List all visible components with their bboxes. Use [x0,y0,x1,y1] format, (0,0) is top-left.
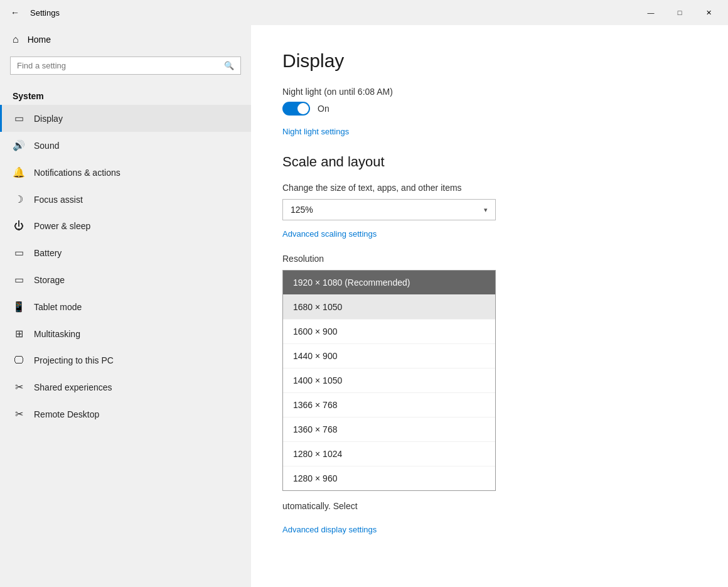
back-icon: ← [11,8,19,18]
resolution-option-1600[interactable]: 1600 × 900 [283,320,495,344]
window-controls: — □ ✕ [636,0,723,25]
sidebar: ⌂ Home 🔍 System ▭ Display 🔊 Sound 🔔 Noti… [0,25,251,587]
display-icon: ▭ [13,112,25,124]
advanced-scaling-link[interactable]: Advanced scaling settings [282,229,697,239]
resolution-option-1280-960[interactable]: 1280 × 960 [283,466,495,490]
night-light-label: Night light (on until 6:08 AM) [282,87,697,97]
home-icon: ⌂ [13,34,19,45]
sidebar-item-focus-assist[interactable]: ☽ Focus assist [0,186,251,213]
tablet-mode-icon: 📱 [13,301,25,313]
resolution-option-1680[interactable]: 1680 × 1050 [283,295,495,320]
focus-assist-icon: ☽ [13,193,25,205]
resolution-label: Resolution [282,254,697,264]
resolution-dropdown[interactable]: 1920 × 1080 (Recommended) 1680 × 1050 16… [282,270,496,491]
auto-select-text: utomatically. Select [282,501,697,511]
sidebar-label-focus-assist: Focus assist [34,195,83,205]
sidebar-item-power-sleep[interactable]: ⏻ Power & sleep [0,213,251,239]
page-title: Display [282,50,697,72]
sidebar-item-home[interactable]: ⌂ Home [0,25,251,54]
resolution-option-1920[interactable]: 1920 × 1080 (Recommended) [283,271,495,295]
sidebar-label-display: Display [34,114,63,124]
sidebar-item-storage[interactable]: ▭ Storage [0,266,251,293]
sidebar-label-notifications: Notifications & actions [34,168,120,178]
maximize-icon: □ [678,9,682,16]
sidebar-item-multitasking[interactable]: ⊞ Multitasking [0,320,251,347]
night-light-settings-link[interactable]: Night light settings [282,127,349,136]
notifications-icon: 🔔 [13,166,25,178]
sidebar-item-battery[interactable]: ▭ Battery [0,239,251,266]
sidebar-item-sound[interactable]: 🔊 Sound [0,132,251,159]
toggle-state-label: On [318,104,329,114]
search-icon: 🔍 [224,61,234,70]
shared-experiences-icon: ✂ [13,381,25,393]
sidebar-label-battery: Battery [34,248,62,258]
night-light-toggle[interactable] [282,102,310,116]
resolution-option-1360[interactable]: 1360 × 768 [283,417,495,442]
scale-layout-title: Scale and layout [282,154,697,170]
night-light-toggle-row: On [282,102,697,116]
title-bar: ← Settings — □ ✕ [0,0,728,25]
app-body: ⌂ Home 🔍 System ▭ Display 🔊 Sound 🔔 Noti… [0,25,728,587]
scale-dropdown-arrow: ▾ [484,206,488,214]
power-sleep-icon: ⏻ [13,220,25,232]
sidebar-item-display[interactable]: ▭ Display [0,105,251,132]
sidebar-label-shared-experiences: Shared experiences [34,382,112,392]
system-section-label: System [0,85,251,105]
sidebar-item-remote-desktop[interactable]: ✂ Remote Desktop [0,401,251,428]
main-panel: Display Night light (on until 6:08 AM) O… [251,25,728,587]
search-input[interactable] [17,61,219,70]
scale-dropdown[interactable]: 125% ▾ [282,199,496,220]
sidebar-label-power-sleep: Power & sleep [34,221,90,231]
minimize-icon: — [648,9,655,16]
sidebar-label-sound: Sound [34,141,59,151]
close-button[interactable]: ✕ [694,0,723,25]
home-label: Home [28,35,51,45]
search-box: 🔍 [10,57,241,75]
scale-field-label: Change the size of text, apps, and other… [282,183,697,193]
remote-desktop-icon: ✂ [13,408,25,420]
resolution-option-1400[interactable]: 1400 × 1050 [283,369,495,393]
sidebar-label-projecting: Projecting to this PC [34,355,114,365]
sidebar-label-multitasking: Multitasking [34,329,80,339]
multitasking-icon: ⊞ [13,328,25,340]
projecting-icon: 🖵 [13,355,25,366]
sidebar-label-storage: Storage [34,275,65,285]
sidebar-item-notifications[interactable]: 🔔 Notifications & actions [0,159,251,186]
minimize-button[interactable]: — [636,0,665,25]
battery-icon: ▭ [13,247,25,259]
back-button[interactable]: ← [5,3,25,23]
scale-dropdown-value: 125% [291,205,313,215]
sidebar-item-shared-experiences[interactable]: ✂ Shared experiences [0,374,251,401]
maximize-button[interactable]: □ [665,0,694,25]
sidebar-label-tablet-mode: Tablet mode [34,302,82,312]
app-title: Settings [30,8,636,18]
storage-icon: ▭ [13,274,25,286]
resolution-option-1366[interactable]: 1366 × 768 [283,393,495,417]
sidebar-item-tablet-mode[interactable]: 📱 Tablet mode [0,293,251,320]
resolution-option-1280-1024[interactable]: 1280 × 1024 [283,442,495,466]
resolution-option-1440[interactable]: 1440 × 900 [283,344,495,369]
resolution-list: 1920 × 1080 (Recommended) 1680 × 1050 16… [283,271,495,490]
close-icon: ✕ [706,9,712,17]
sidebar-item-projecting[interactable]: 🖵 Projecting to this PC [0,347,251,374]
advanced-display-link[interactable]: Advanced display settings [282,525,377,534]
sound-icon: 🔊 [13,139,25,151]
sidebar-label-remote-desktop: Remote Desktop [34,409,99,419]
